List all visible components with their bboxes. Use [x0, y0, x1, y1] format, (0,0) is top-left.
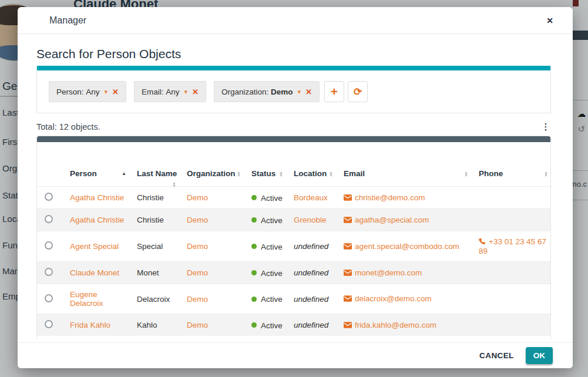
- last-name-text: Kahlo: [137, 321, 157, 329]
- table-row[interactable]: Claude MonetMonetDemoActiveundefinedmone…: [37, 262, 551, 284]
- person-link[interactable]: Agatha Christie: [70, 193, 124, 202]
- column-label: Email: [344, 169, 365, 178]
- table-row[interactable]: Eugene DelacroixDelacroixDemoActiveundef…: [37, 284, 551, 314]
- email-link[interactable]: frida.kahlo@demo.com: [355, 321, 436, 329]
- search-panel: Person: Any ▾ ✕ Email: Any ▾ ✕ Organizat…: [36, 66, 551, 113]
- status-active-icon: [251, 217, 257, 223]
- column-header-phone[interactable]: Phone▲▼: [472, 142, 551, 187]
- person-link[interactable]: Eugene Delacroix: [70, 290, 103, 308]
- row-radio-button[interactable]: [45, 320, 53, 328]
- column-header-person[interactable]: Person▲: [61, 142, 130, 187]
- remove-filter-icon[interactable]: ✕: [112, 87, 119, 96]
- chevron-down-icon[interactable]: ▾: [105, 88, 108, 96]
- status-active-icon: [251, 244, 257, 249]
- status-text: Active: [261, 242, 283, 251]
- column-header-email[interactable]: Email▲▼: [337, 142, 472, 187]
- column-label: Organization: [187, 169, 236, 178]
- person-link[interactable]: Claude Monet: [70, 268, 119, 277]
- last-name-text: Delacroix: [137, 295, 170, 304]
- status-text: Active: [261, 268, 283, 277]
- row-radio-button[interactable]: [45, 215, 53, 223]
- remove-filter-icon[interactable]: ✕: [305, 87, 312, 96]
- status-text: Active: [261, 216, 283, 224]
- close-icon[interactable]: ✕: [543, 14, 556, 27]
- filter-chip-email[interactable]: Email: Any ▾ ✕: [134, 81, 206, 102]
- add-criterion-button[interactable]: +: [324, 81, 344, 102]
- email-link[interactable]: agatha@special.com: [355, 216, 429, 224]
- table-row[interactable]: Frida KahloKahloDemoActiveundefinedfrida…: [37, 314, 551, 336]
- filter-chip-label: Person: Any: [56, 87, 100, 96]
- ok-button[interactable]: OK: [526, 347, 553, 364]
- status-active-icon: [251, 195, 257, 200]
- row-radio-button[interactable]: [45, 241, 53, 250]
- results-summary-row: Total: 12 objects. ⋮: [36, 122, 551, 132]
- remove-filter-icon[interactable]: ✕: [192, 87, 199, 96]
- location-link[interactable]: Bordeaux: [294, 193, 328, 202]
- manager-modal: Manager ✕ Search for Person Objects Pers…: [18, 7, 573, 368]
- column-label: Person: [70, 169, 97, 178]
- sort-icon[interactable]: ▲▼: [172, 181, 176, 187]
- envelope-icon: [344, 194, 352, 203]
- table-row[interactable]: Agatha ChristieChristieDemoActiveBordeau…: [37, 187, 551, 209]
- chevron-down-icon[interactable]: ▾: [298, 88, 301, 96]
- person-link[interactable]: Frida Kahlo: [70, 321, 110, 329]
- row-radio-button[interactable]: [45, 193, 53, 201]
- sort-icon[interactable]: ▲▼: [464, 171, 468, 177]
- last-name-text: Special: [137, 242, 163, 251]
- kebab-menu-icon[interactable]: ⋮: [540, 122, 551, 132]
- envelope-icon: [344, 295, 352, 304]
- status-active-icon: [251, 270, 257, 275]
- status-text: Active: [261, 321, 283, 329]
- status-text: Active: [261, 193, 283, 202]
- organization-link[interactable]: Demo: [187, 216, 208, 224]
- email-link[interactable]: monet@demo.com: [355, 268, 422, 277]
- phone-link[interactable]: +33 01 23 45 67 89: [479, 237, 546, 255]
- column-header-location[interactable]: Location▲▼: [287, 142, 337, 187]
- sort-icon[interactable]: ▲▼: [237, 171, 241, 177]
- email-link[interactable]: delacroix@demo.com: [355, 294, 432, 303]
- envelope-icon: [344, 243, 352, 251]
- modal-header: Manager ✕: [18, 7, 573, 34]
- column-label: Phone: [479, 169, 503, 178]
- cancel-button[interactable]: CANCEL: [479, 351, 514, 360]
- results-table: Person▲Last Name▲▼Organization▲▼Status▲▼…: [37, 142, 551, 336]
- sort-icon[interactable]: ▲▼: [279, 171, 283, 177]
- organization-link[interactable]: Demo: [187, 321, 208, 329]
- person-link[interactable]: Agent Special: [70, 242, 119, 251]
- person-link[interactable]: Agatha Christie: [70, 216, 124, 224]
- table-row[interactable]: Agent SpecialSpecialDemoActiveundefineda…: [37, 231, 551, 262]
- select-column-header: [37, 142, 61, 187]
- table-row[interactable]: Agatha ChristieChristieDemoActiveGrenobl…: [37, 209, 551, 231]
- table-accent-bar: [37, 136, 550, 142]
- status-active-icon: [251, 322, 257, 328]
- organization-link[interactable]: Demo: [187, 295, 208, 304]
- column-header-organization[interactable]: Organization▲▼: [180, 142, 244, 187]
- refresh-button[interactable]: ⟳: [348, 81, 368, 102]
- column-header-status[interactable]: Status▲▼: [244, 142, 287, 187]
- sort-asc-icon[interactable]: ▲: [122, 171, 126, 176]
- organization-link[interactable]: Demo: [187, 242, 208, 251]
- filter-chip-person[interactable]: Person: Any ▾ ✕: [49, 81, 126, 102]
- filter-chip-label: Email: Any: [142, 87, 180, 96]
- search-accent-bar: [37, 66, 550, 70]
- row-radio-button[interactable]: [45, 268, 53, 276]
- envelope-icon: [344, 216, 352, 225]
- results-table-panel: Person▲Last Name▲▼Organization▲▼Status▲▼…: [36, 136, 551, 339]
- filter-chip-label: Organization: Demo: [221, 87, 293, 96]
- filter-chip-organization[interactable]: Organization: Demo ▾ ✕: [214, 81, 320, 102]
- last-name-text: Monet: [137, 268, 159, 277]
- sort-icon[interactable]: ▲▼: [329, 171, 333, 177]
- email-link[interactable]: christie@demo.com: [355, 193, 425, 202]
- envelope-icon: [344, 321, 352, 330]
- chevron-down-icon[interactable]: ▾: [184, 88, 188, 96]
- email-link[interactable]: agent.special@combodo.com: [355, 242, 459, 251]
- column-label: Status: [251, 169, 275, 178]
- table-header-row: Person▲Last Name▲▼Organization▲▼Status▲▼…: [37, 142, 551, 187]
- column-header-last-name[interactable]: Last Name▲▼: [130, 142, 180, 187]
- last-name-text: Christie: [137, 193, 164, 202]
- organization-link[interactable]: Demo: [187, 193, 208, 202]
- row-radio-button[interactable]: [45, 294, 53, 302]
- organization-link[interactable]: Demo: [187, 268, 208, 277]
- sort-icon[interactable]: ▲▼: [544, 171, 548, 177]
- location-link[interactable]: Grenoble: [294, 216, 327, 224]
